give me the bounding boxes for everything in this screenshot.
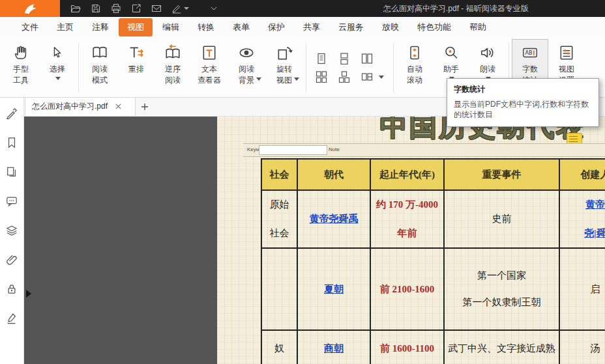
continuous-page-button[interactable]: [338, 53, 350, 64]
bookmarks-panel-button[interactable]: [0, 128, 23, 157]
dropdown-caret-icon: [256, 77, 261, 81]
cover-facing-button[interactable]: [338, 71, 350, 83]
attachments-panel-button[interactable]: [0, 245, 23, 274]
ribbon-separator: [306, 43, 306, 92]
pages-panel-button[interactable]: [0, 157, 23, 186]
table-cell-dynasty: 夏朝: [298, 249, 371, 331]
document-tab[interactable]: 怎么面对高中学习.pdf: [25, 96, 136, 116]
menu-features[interactable]: 特色功能: [409, 18, 460, 36]
pen-sign-icon: [171, 3, 182, 14]
signature-panel-button[interactable]: [0, 303, 23, 333]
menu-file[interactable]: 文件: [13, 18, 47, 36]
menu-home[interactable]: 主页: [48, 18, 82, 36]
ribbon-separator: [78, 43, 79, 92]
navigation-sidebar: [0, 94, 24, 364]
col-header-founder: 创建人: [560, 160, 605, 191]
split-view-button[interactable]: [361, 71, 373, 83]
dynasty-link[interactable]: 黄帝尧舜禹: [310, 213, 359, 225]
dynasty-link[interactable]: 夏朝: [324, 283, 344, 296]
menu-protect[interactable]: 保护: [259, 18, 293, 36]
keyword-field[interactable]: [259, 145, 327, 155]
tab-title: 怎么面对高中学习.pdf: [32, 101, 108, 112]
menu-bar: 文件 主页 注释 视图 编辑 转换 表单 保护 共享 云服务 放映 特色功能 帮…: [0, 17, 605, 37]
dropdown-caret-icon: [184, 7, 189, 10]
hand-tool-button[interactable]: 手型 工具: [3, 39, 39, 96]
table-cell-period: 约 170 万-4000 年前: [371, 191, 445, 249]
col-header-dynasty: 朝代: [298, 160, 371, 191]
table-cell-founder: 启: [560, 249, 605, 331]
menu-cloud[interactable]: 云服务: [330, 18, 372, 36]
quick-sign-button[interactable]: [171, 3, 189, 14]
save-button[interactable]: [91, 3, 101, 14]
table-cell-period: 前 1600-1100: [371, 331, 445, 364]
col-header-events: 重要事件: [445, 160, 560, 191]
col-header-society: 社会: [262, 160, 298, 191]
word-count-icon: AB: [522, 43, 539, 63]
open-file-button[interactable]: [70, 3, 81, 14]
select-cursor-icon: [50, 43, 65, 63]
reflow-button[interactable]: 重排: [118, 39, 155, 96]
tooltip-title: 字数统计: [454, 84, 592, 95]
new-tab-button[interactable]: [136, 98, 154, 116]
menu-help[interactable]: 帮助: [461, 18, 495, 36]
tooltip-body: 显示当前PDF文档中字词,行数和字符数的统计数目: [454, 99, 592, 120]
view-settings-icon: [558, 43, 575, 63]
menu-form[interactable]: 表单: [224, 18, 258, 36]
read-mode-button[interactable]: 阅读 模式: [81, 39, 118, 96]
mail-button[interactable]: [151, 3, 162, 14]
document-view[interactable]: 中国历史朝代表 Keyword Note 社会 朝代 起止年代(年) 重要事件 …: [23, 116, 605, 364]
annotate-quill-button[interactable]: [0, 98, 23, 128]
menu-view[interactable]: 视图: [119, 18, 153, 36]
menu-edit[interactable]: 编辑: [154, 18, 188, 36]
assistant-magnifier-icon: [443, 43, 459, 63]
speaker-icon: [479, 43, 496, 63]
window-title: 怎么面对高中学习.pdf - 福昕阅读器专业版: [383, 0, 529, 17]
dropdown-caret-icon[interactable]: [379, 76, 384, 79]
table-cell-period: 前 2100-1600: [371, 249, 445, 331]
table-cell-events: 第一个国家 第一个奴隶制王朝: [445, 249, 560, 331]
text-viewer-button[interactable]: 文本 查看器: [191, 39, 228, 96]
history-table: 社会 朝代 起止年代(年) 重要事件 创建人 原始 社会 黄帝尧舜禹 约 170…: [261, 158, 605, 364]
folder-open-icon: [70, 3, 81, 14]
table-cell-society: 奴: [262, 331, 298, 364]
export-button[interactable]: [131, 3, 141, 14]
rotate-icon: [275, 43, 293, 63]
auto-scroll-icon: [407, 43, 422, 63]
menu-share[interactable]: 共享: [295, 18, 329, 36]
dynasty-link[interactable]: 商朝: [324, 343, 344, 355]
pdf-page: 中国历史朝代表 Keyword Note 社会 朝代 起止年代(年) 重要事件 …: [217, 116, 605, 364]
founder-link[interactable]: 尧|舜: [584, 227, 605, 240]
mail-icon: [151, 3, 162, 14]
layers-panel-button[interactable]: [0, 216, 23, 245]
reverse-book-icon: [164, 43, 181, 63]
continuous-facing-button[interactable]: [316, 71, 327, 83]
single-page-button[interactable]: [316, 53, 327, 64]
form-header-band: Keyword Note: [243, 143, 605, 157]
facing-page-button[interactable]: [361, 53, 373, 64]
comments-panel-button[interactable]: [0, 186, 23, 216]
export-icon: [131, 3, 141, 14]
table-cell-society: 原始 社会: [262, 191, 298, 249]
panel-expand-handle[interactable]: [26, 290, 31, 298]
table-cell-events: 史前: [445, 191, 560, 249]
auto-scroll-button[interactable]: 自动 滚动: [396, 39, 433, 96]
word-count-tooltip: 字数统计 显示当前PDF文档中字词,行数和字符数的统计数目: [447, 78, 599, 127]
menu-present[interactable]: 放映: [374, 18, 407, 36]
table-cell-founder: 黄帝 尧|舜: [560, 191, 605, 249]
hand-icon: [13, 43, 29, 63]
foxit-logo[interactable]: [0, 0, 60, 17]
founder-link[interactable]: 黄帝: [585, 199, 605, 211]
menu-comment[interactable]: 注释: [83, 18, 117, 36]
reflow-icon: [128, 43, 145, 63]
menu-convert[interactable]: 转换: [189, 18, 223, 36]
tab-close-icon[interactable]: [115, 104, 121, 109]
customize-toolbar-button[interactable]: [209, 4, 218, 13]
print-button[interactable]: [111, 3, 121, 14]
table-cell-dynasty: 商朝: [298, 331, 371, 364]
reverse-read-button[interactable]: 逆序 阅读: [155, 39, 191, 96]
read-background-button[interactable]: 阅读 背景: [228, 39, 265, 96]
rotate-view-button[interactable]: 旋转 视图: [265, 39, 303, 96]
security-panel-button[interactable]: [0, 274, 23, 303]
select-tool-button[interactable]: 选择: [39, 39, 76, 96]
text-viewer-icon: [201, 43, 218, 63]
